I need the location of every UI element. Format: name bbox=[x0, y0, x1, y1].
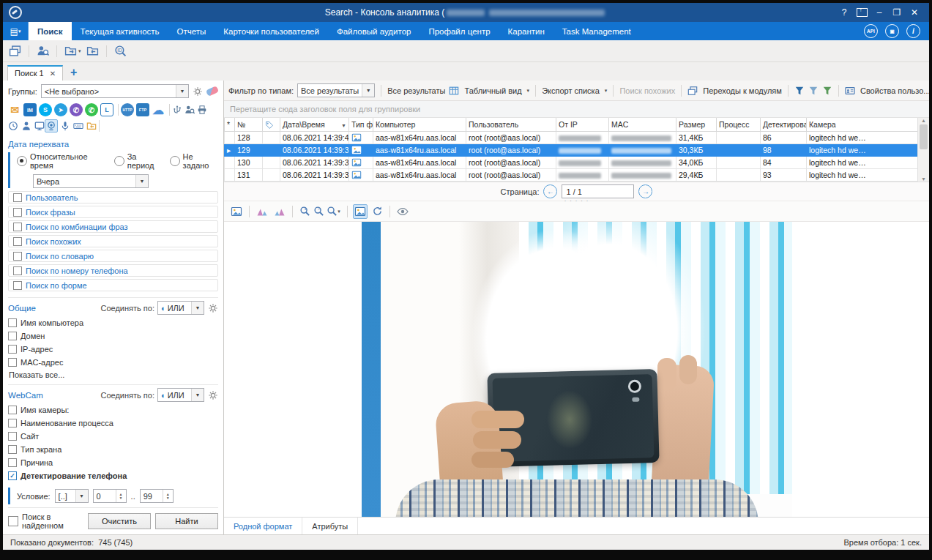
menu-item-user-cards[interactable]: Карточки пользователей bbox=[215, 22, 328, 40]
save-image-button[interactable] bbox=[229, 204, 244, 219]
im-icon[interactable]: IM bbox=[23, 103, 37, 116]
col-camera[interactable]: Камера bbox=[807, 118, 918, 132]
find-button[interactable]: Найти bbox=[155, 513, 218, 529]
table-row[interactable]: 131 08.06.2021 14:39:33 aas-w81x64ru.aas… bbox=[225, 169, 918, 182]
search-similar-button[interactable]: Поиск похожих bbox=[619, 86, 675, 95]
groups-select[interactable]: <Не выбрано> ▼ bbox=[41, 84, 189, 98]
keyboard-icon[interactable] bbox=[73, 121, 83, 131]
checkbox-icon[interactable] bbox=[13, 193, 22, 202]
condition-op-select[interactable]: [..] ▼ bbox=[55, 489, 89, 503]
webcam-reason[interactable]: Причина bbox=[8, 456, 218, 469]
col-process[interactable]: Процесс bbox=[717, 118, 761, 132]
show-all-link[interactable]: Показать все... bbox=[9, 370, 218, 379]
tab-native-format[interactable]: Родной формат bbox=[224, 518, 302, 534]
col-mac[interactable]: MAC bbox=[609, 118, 676, 132]
rotate-right-icon[interactable] bbox=[272, 204, 287, 219]
table-row[interactable]: 130 08.06.2021 14:39:36 aas-w81x64ru.aas… bbox=[225, 157, 918, 169]
export-tab-button[interactable]: ▾ bbox=[64, 45, 81, 57]
new-window-button[interactable] bbox=[9, 45, 21, 57]
microphone-icon[interactable] bbox=[60, 121, 70, 131]
checkbox-icon[interactable] bbox=[8, 419, 17, 428]
table-view-button[interactable]: Табличный вид ▾ bbox=[449, 86, 529, 96]
table-row[interactable]: 128 08.06.2021 14:39:41 aas-w81x64ru.aas… bbox=[225, 132, 918, 144]
col-detect[interactable]: Детектирова bbox=[761, 118, 807, 132]
webcam-screen-type[interactable]: Тип экрана bbox=[8, 443, 218, 456]
package-icon[interactable]: ▣ bbox=[885, 24, 899, 38]
prev-page-button[interactable]: ← bbox=[543, 184, 557, 198]
rotate-left-icon[interactable] bbox=[255, 204, 269, 219]
splitter-handle[interactable]: · · · · · bbox=[224, 199, 929, 202]
zoom-in-button[interactable]: + bbox=[298, 204, 309, 218]
condition-from-stepper[interactable]: 0▲▼ bbox=[93, 489, 127, 503]
usb-icon[interactable] bbox=[172, 105, 182, 115]
go-to-modules-button[interactable]: Переходы к модулям bbox=[687, 86, 782, 96]
condition-to-stepper[interactable]: 99▲▼ bbox=[140, 489, 174, 503]
common-settings-gear-icon[interactable] bbox=[208, 303, 218, 313]
col-datetime[interactable]: Дата\Время▼ bbox=[280, 118, 349, 132]
col-computer[interactable]: Компьютер bbox=[373, 118, 466, 132]
webcam-join-select[interactable]: ◐ИЛИ ▼ bbox=[157, 388, 204, 402]
search-by-id-button[interactable] bbox=[114, 45, 127, 57]
user-search-button[interactable] bbox=[37, 45, 49, 57]
type-filter-select[interactable]: Все результаты ▼ bbox=[297, 83, 375, 97]
filter-funnel-edit-icon[interactable] bbox=[808, 86, 819, 96]
user-activity-icon[interactable] bbox=[21, 121, 31, 131]
clock-icon[interactable] bbox=[8, 121, 18, 131]
restore-button[interactable]: ❐ bbox=[890, 6, 904, 19]
ftp-icon[interactable]: FTP bbox=[136, 103, 149, 116]
webcam-camera-name[interactable]: Имя камеры: bbox=[8, 403, 218, 417]
filter-funnel-icon[interactable] bbox=[794, 86, 805, 96]
all-results-button[interactable]: Все результаты bbox=[387, 86, 445, 95]
eraser-icon[interactable] bbox=[206, 86, 219, 97]
scroll-up-icon[interactable]: ▲ bbox=[921, 118, 926, 123]
col-type[interactable]: Тип фа bbox=[349, 118, 373, 132]
stepper-arrows-icon[interactable]: ▲▼ bbox=[116, 490, 126, 502]
col-tag[interactable] bbox=[263, 118, 280, 132]
viber-icon[interactable]: ✆ bbox=[70, 103, 83, 116]
menu-item-file-auditor[interactable]: Файловый аудитор bbox=[328, 22, 420, 40]
checkbox-icon[interactable] bbox=[13, 237, 22, 246]
col-from-ip[interactable]: От IP bbox=[556, 118, 609, 132]
checkbox-icon[interactable] bbox=[8, 432, 17, 441]
monitor-icon[interactable] bbox=[34, 121, 45, 131]
app-menu-button[interactable]: ▤▾ bbox=[3, 22, 29, 40]
menu-item-task-management[interactable]: Task Management bbox=[553, 22, 640, 40]
col-size[interactable]: Размер bbox=[676, 118, 717, 132]
common-join-select[interactable]: ◐ИЛИ ▼ bbox=[157, 301, 204, 315]
checkbox-icon[interactable] bbox=[13, 252, 22, 261]
cloud-icon[interactable]: ☁ bbox=[152, 103, 165, 116]
checkbox-icon[interactable] bbox=[13, 281, 22, 290]
printer-icon[interactable] bbox=[197, 105, 207, 115]
mail-icon[interactable]: ✉ bbox=[8, 103, 21, 116]
fit-to-window-button[interactable] bbox=[353, 204, 368, 219]
webcam-snapshot[interactable]: MI bbox=[362, 222, 792, 517]
group-by-bar[interactable]: Перетащите сюда заголовок поля для групп… bbox=[224, 101, 929, 118]
filter-funnel-apply-icon[interactable] bbox=[822, 86, 832, 96]
next-page-button[interactable]: → bbox=[638, 184, 652, 198]
filter-similar[interactable]: Поиск похожих bbox=[8, 235, 218, 247]
filter-user[interactable]: Пользователь bbox=[8, 191, 218, 204]
col-marker[interactable]: * bbox=[225, 118, 235, 132]
col-user[interactable]: Пользователь bbox=[466, 118, 556, 132]
filter-phrase[interactable]: Поиск фразы bbox=[8, 206, 218, 218]
menu-item-profile-center[interactable]: Профайл центр bbox=[420, 22, 499, 40]
http-icon[interactable]: HTTP bbox=[121, 103, 134, 116]
filter-form[interactable]: Поиск по форме bbox=[8, 279, 218, 291]
webcam-settings-gear-icon[interactable] bbox=[208, 390, 218, 400]
tab-attributes[interactable]: Атрибуты bbox=[302, 518, 358, 534]
scroll-down-icon[interactable]: ▼ bbox=[921, 176, 926, 182]
table-scrollbar[interactable]: ▲▼ bbox=[917, 118, 929, 182]
checkbox-icon[interactable] bbox=[8, 332, 17, 340]
checkbox-icon[interactable] bbox=[8, 318, 17, 327]
preview-eye-icon[interactable] bbox=[395, 204, 410, 219]
filter-dictionary[interactable]: Поиск по словарю bbox=[8, 250, 218, 262]
menu-item-reports[interactable]: Отчеты bbox=[168, 22, 215, 40]
import-tab-button[interactable] bbox=[86, 45, 99, 57]
checkbox-icon[interactable] bbox=[8, 516, 18, 526]
menu-item-search[interactable]: Поиск bbox=[29, 22, 72, 40]
close-button[interactable]: ✕ bbox=[907, 6, 922, 19]
common-mac-address[interactable]: MAC-адрес bbox=[8, 356, 218, 369]
checkbox-icon[interactable] bbox=[8, 445, 17, 454]
whatsapp-icon[interactable]: ✆ bbox=[85, 103, 98, 116]
checkbox-icon[interactable] bbox=[13, 223, 22, 231]
